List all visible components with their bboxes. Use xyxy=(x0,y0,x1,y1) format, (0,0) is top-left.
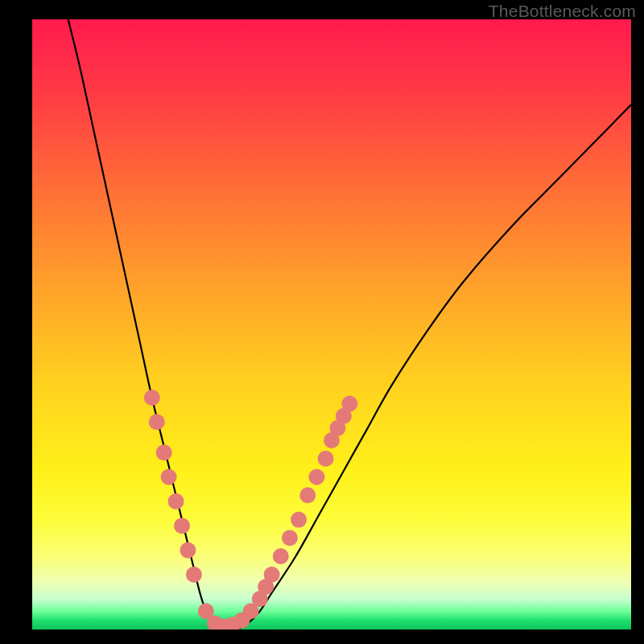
data-marker xyxy=(174,518,190,534)
data-marker xyxy=(318,451,334,467)
data-marker xyxy=(299,487,316,503)
data-marker xyxy=(161,469,177,485)
data-marker xyxy=(341,396,357,412)
data-marker xyxy=(308,469,324,485)
data-marker xyxy=(264,567,280,583)
watermark-text: TheBottleneck.com xyxy=(489,2,636,21)
data-marker xyxy=(180,542,196,558)
data-marker xyxy=(291,512,307,528)
data-marker xyxy=(186,567,202,583)
data-marker xyxy=(168,493,184,510)
chart-svg xyxy=(32,19,631,630)
data-marker xyxy=(273,548,289,564)
data-marker xyxy=(144,390,160,406)
chart-container: TheBottleneck.com xyxy=(0,0,644,644)
curve-markers xyxy=(144,390,358,630)
bottleneck-curve xyxy=(68,19,631,630)
data-marker xyxy=(156,444,172,460)
data-marker xyxy=(282,530,298,546)
data-marker xyxy=(149,414,165,430)
plot-area xyxy=(32,19,631,630)
